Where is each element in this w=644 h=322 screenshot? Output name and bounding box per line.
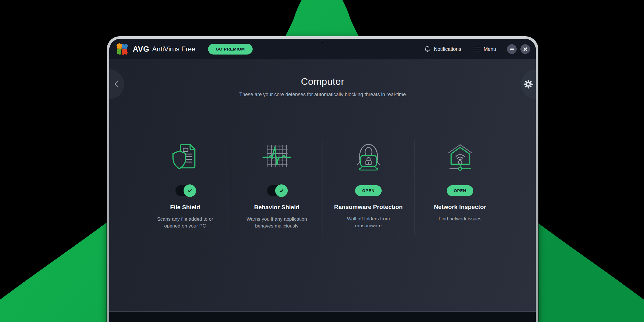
network-inspector-open-button[interactable]: OPEN xyxy=(447,185,474,196)
behavior-shield-icon xyxy=(261,140,293,174)
card-title: File Shield xyxy=(170,204,200,211)
card-divider xyxy=(414,140,414,236)
toggle-knob-on xyxy=(275,184,288,197)
computer-page: Computer These are your core defenses fo… xyxy=(109,59,536,311)
shield-cards-row: File Shield Scans any file added to or o… xyxy=(109,140,536,236)
card-file-shield: File Shield Scans any file added to or o… xyxy=(141,140,229,230)
card-ransomware-protection: OPEN Ransomware Protection Wall off fold… xyxy=(325,140,412,229)
card-title: Behavior Shield xyxy=(254,204,299,211)
menu-label: Menu xyxy=(484,46,496,52)
ransomware-protection-icon xyxy=(353,140,385,174)
card-title: Ransomware Protection xyxy=(334,204,402,210)
notifications-label: Notifications xyxy=(434,46,461,52)
check-icon xyxy=(187,188,193,194)
app-title: AntiVirus Free xyxy=(152,45,196,53)
go-premium-button[interactable]: GO PREMIUM xyxy=(208,44,253,55)
network-inspector-icon xyxy=(444,140,476,174)
page-title: Computer xyxy=(109,76,536,87)
gear-icon xyxy=(524,80,533,89)
avg-logo-icon xyxy=(116,43,129,55)
avg-app-window: AVG AntiVirus Free GO PREMIUM Notificati… xyxy=(109,39,536,322)
card-description: Wall off folders from ransomware xyxy=(335,216,402,229)
hamburger-icon xyxy=(474,47,481,52)
appbar-right: Notifications Menu xyxy=(424,44,530,54)
file-shield-toggle[interactable] xyxy=(175,185,195,196)
bell-icon xyxy=(424,45,431,53)
card-title: Network Inspector xyxy=(434,204,486,210)
card-description: Scans any file added to or opened on you… xyxy=(152,216,219,230)
check-icon xyxy=(279,188,284,194)
card-description: Find network issues xyxy=(438,216,481,222)
brand: AVG AntiVirus Free xyxy=(116,43,196,55)
brand-name: AVG xyxy=(133,45,149,54)
webcam-dot xyxy=(321,41,324,43)
card-description: Warns you if any application behaves mal… xyxy=(243,216,311,230)
toggle-knob-on xyxy=(184,184,196,197)
chevron-left-icon xyxy=(114,80,118,88)
minimize-icon xyxy=(510,49,514,49)
desktop-background: AVG AntiVirus Free GO PREMIUM Notificati… xyxy=(0,0,644,322)
laptop-screen-bezel: AVG AntiVirus Free GO PREMIUM Notificati… xyxy=(107,36,538,322)
page-subtitle: These are your core defenses for automat… xyxy=(109,92,536,98)
card-network-inspector: OPEN Network Inspector Find network issu… xyxy=(416,140,504,222)
behavior-shield-toggle[interactable] xyxy=(267,185,287,196)
card-behavior-shield: Behavior Shield Warns you if any applica… xyxy=(233,140,321,230)
card-divider xyxy=(323,140,323,236)
menu-button[interactable]: Menu xyxy=(474,46,496,52)
window-footer xyxy=(109,311,536,322)
card-divider xyxy=(231,140,231,236)
close-button[interactable] xyxy=(520,44,530,54)
minimize-button[interactable] xyxy=(507,44,517,54)
ransomware-protection-open-button[interactable]: OPEN xyxy=(355,185,382,196)
close-icon xyxy=(523,47,528,51)
notifications-button[interactable]: Notifications xyxy=(424,45,461,53)
file-shield-icon xyxy=(169,140,201,174)
